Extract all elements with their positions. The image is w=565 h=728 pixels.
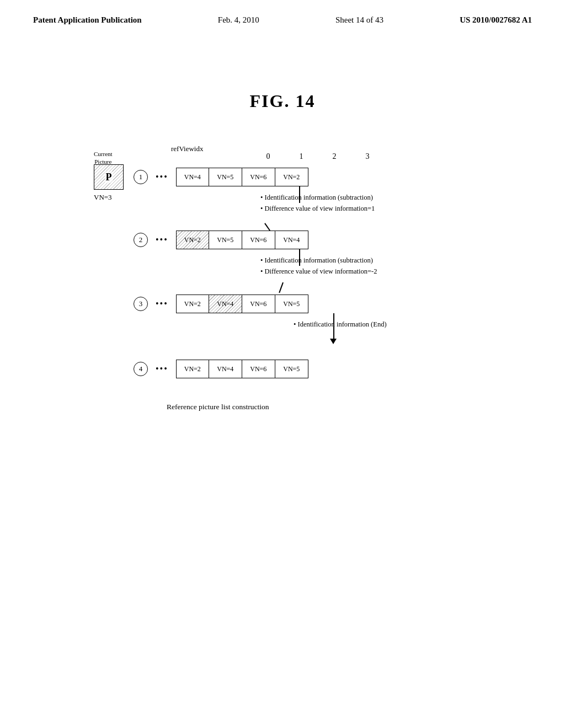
cell-1-0: VN=4 bbox=[176, 168, 209, 186]
cell-3-3: VN=5 bbox=[275, 295, 308, 313]
row-2: 2 ••• VN=2 VN=5 VN=6 VN=4 bbox=[134, 231, 308, 249]
current-picture-letter: P bbox=[105, 172, 113, 183]
circle-2: 2 bbox=[134, 233, 148, 247]
dots-1: ••• bbox=[156, 172, 168, 182]
vert-arrow-3-4 bbox=[333, 313, 334, 340]
cell-4-1: VN=4 bbox=[209, 360, 242, 378]
row-3: 3 ••• VN=2 VN=4 VN=6 VN=5 bbox=[134, 295, 308, 313]
header-date: Feb. 4, 2010 bbox=[218, 15, 259, 25]
dots-3: ••• bbox=[156, 299, 168, 309]
cell-4-3: VN=5 bbox=[275, 360, 308, 378]
cell-1-3: VN=2 bbox=[275, 168, 308, 186]
cell-2-0: VN=2 bbox=[176, 231, 209, 249]
cell-3-0: VN=2 bbox=[176, 295, 209, 313]
cell-3-1: VN=4 bbox=[209, 295, 242, 313]
annotation-1: • Identification information (subtractio… bbox=[260, 192, 375, 214]
cell-4-0: VN=2 bbox=[176, 360, 209, 378]
diag-line-1-2 bbox=[264, 223, 270, 231]
cell-1-2: VN=6 bbox=[242, 168, 275, 186]
header-sheet: Sheet 14 of 43 bbox=[335, 15, 383, 25]
cell-3-2: VN=6 bbox=[242, 295, 275, 313]
cell-2-1: VN=5 bbox=[209, 231, 242, 249]
dots-2: ••• bbox=[156, 235, 168, 245]
header-patent: US 2010/0027682 A1 bbox=[460, 15, 532, 25]
cells-3: VN=2 VN=4 VN=6 VN=5 bbox=[176, 295, 308, 313]
ref-viewidx-header: refViewidx bbox=[171, 144, 203, 153]
circle-1: 1 bbox=[134, 170, 148, 184]
header: Patent Application Publication Feb. 4, 2… bbox=[0, 0, 565, 25]
cells-4: VN=2 VN=4 VN=6 VN=5 bbox=[176, 360, 308, 378]
cell-2-2: VN=6 bbox=[242, 231, 275, 249]
arrow-head-3-4 bbox=[330, 339, 337, 344]
col-header-0: 0 bbox=[252, 152, 285, 161]
vert-line-2 bbox=[299, 249, 300, 266]
col-header-3: 3 bbox=[351, 152, 384, 161]
col-header-2: 2 bbox=[318, 152, 351, 161]
cell-1-1: VN=5 bbox=[209, 168, 242, 186]
cell-4-2: VN=6 bbox=[242, 360, 275, 378]
current-picture-label: CurrentPicture bbox=[94, 150, 113, 166]
diagram: CurrentPicture P VN=3 refViewidx 0 1 2 3… bbox=[89, 144, 476, 453]
current-picture-box: P bbox=[94, 164, 124, 190]
circle-3: 3 bbox=[134, 297, 148, 311]
dots-4: ••• bbox=[156, 364, 168, 374]
cell-2-3: VN=4 bbox=[275, 231, 308, 249]
vert-line-1 bbox=[299, 186, 300, 203]
row-4: 4 ••• VN=2 VN=4 VN=6 VN=5 bbox=[134, 360, 308, 378]
annotation-3: • Identification information (End) bbox=[294, 319, 387, 330]
diagram-area: CurrentPicture P VN=3 refViewidx 0 1 2 3… bbox=[0, 144, 565, 453]
col-header-1: 1 bbox=[285, 152, 318, 161]
row-1: 1 ••• VN=4 VN=5 VN=6 VN=2 bbox=[134, 168, 308, 186]
annotation-2: • Identification information (subtractio… bbox=[260, 255, 377, 277]
cells-1: VN=4 VN=5 VN=6 VN=2 bbox=[176, 168, 308, 186]
fig-title: FIG. 14 bbox=[0, 91, 565, 111]
caption: Reference picture list construction bbox=[167, 403, 269, 411]
diag-line-2-3 bbox=[279, 282, 283, 293]
header-left: Patent Application Publication bbox=[33, 15, 142, 25]
vn3-label: VN=3 bbox=[94, 193, 112, 202]
cells-2: VN=2 VN=5 VN=6 VN=4 bbox=[176, 231, 308, 249]
circle-4: 4 bbox=[134, 362, 148, 376]
